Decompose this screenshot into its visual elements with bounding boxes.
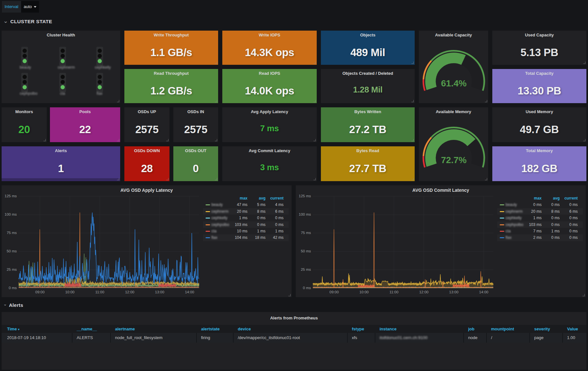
svg-text:72.7%: 72.7% [441, 155, 467, 165]
svg-text:61.4%: 61.4% [441, 78, 467, 88]
